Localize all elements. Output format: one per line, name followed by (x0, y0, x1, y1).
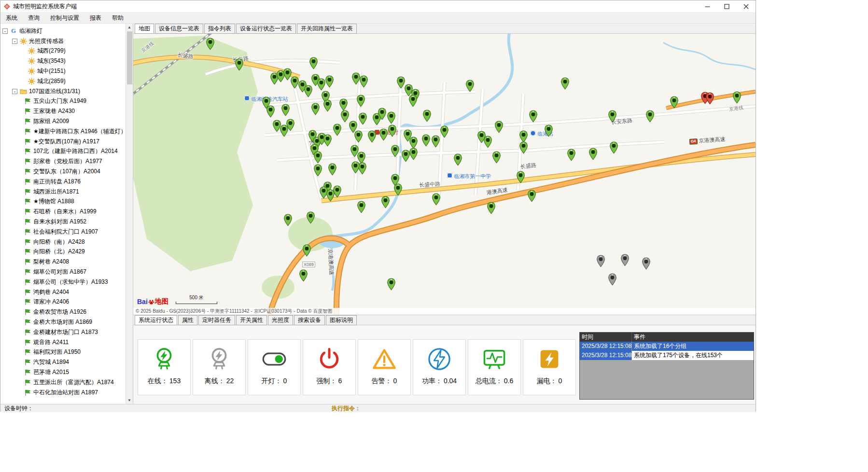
map-pin-green[interactable] (352, 72, 360, 85)
map-pin-green[interactable] (517, 171, 525, 183)
map-pin-green[interactable] (378, 108, 386, 120)
bottom-tab-4[interactable]: 光照度 (268, 315, 293, 325)
map-pin-green[interactable] (610, 141, 618, 154)
map-tab-2[interactable]: 指令列表 (204, 24, 235, 34)
tree-item[interactable]: 福利院对面 A1950 (0, 347, 133, 358)
tree-item[interactable]: 汽贸城 A1894 (0, 357, 133, 367)
bottom-tab-1[interactable]: 属性 (178, 315, 197, 325)
map-pin-green[interactable] (492, 151, 501, 164)
map-pin-green[interactable] (281, 104, 290, 116)
tree-item[interactable]: 观音路 A2411 (0, 337, 133, 347)
tree-item[interactable]: 金桥大市场对面 A1869 (0, 317, 133, 327)
scroll-up-icon[interactable]: ▲ (126, 24, 133, 31)
tree-item[interactable]: 城中(2151) (0, 66, 133, 76)
map-pin-green[interactable] (545, 125, 553, 137)
tree-item[interactable]: ★博物馆 A1888 (0, 197, 133, 207)
map-pin-green[interactable] (440, 125, 448, 138)
tree-item[interactable]: 谭家冲 A2406 (0, 297, 133, 307)
tree-collapse-icon[interactable]: - (2, 28, 8, 34)
bottom-tab-3[interactable]: 开关属性 (236, 315, 267, 325)
map-pin-green[interactable] (235, 58, 243, 71)
menu-item-2[interactable]: 控制与设置 (45, 12, 84, 24)
map-pin-green[interactable] (351, 161, 360, 174)
map-pin-gray[interactable] (608, 273, 616, 286)
tree-item[interactable]: 城西(2799) (0, 46, 133, 56)
tree-item[interactable]: 向阳桥（北）A2429 (0, 247, 133, 257)
map-tab-0[interactable]: 地图 (135, 24, 154, 34)
tree-item[interactable]: 南正街转盘 A1876 (0, 177, 133, 187)
map-pin-green[interactable] (341, 110, 349, 123)
map-pin-green[interactable] (291, 76, 299, 89)
tree-item[interactable]: 梨树巷 A2408 (0, 257, 133, 267)
map-pin-green[interactable] (328, 163, 336, 176)
map-pin-green[interactable] (432, 135, 440, 148)
tree-group-0[interactable]: -光照度传感器 (0, 36, 133, 46)
tree-item[interactable]: 烟草公司对面 A1867 (0, 267, 133, 277)
map-pin-green[interactable] (303, 244, 311, 257)
map-tab-3[interactable]: 设备运行状态一览表 (236, 24, 296, 34)
map-pin-green[interactable] (286, 119, 294, 131)
event-row[interactable]: 2025/3/28 12:15:08系统加载了175个设备，在线153个 (580, 351, 754, 360)
map-pin-green[interactable] (397, 76, 405, 89)
tree-item[interactable]: 中石化加油站对面 A1897 (0, 388, 133, 398)
map-pin-green[interactable] (359, 112, 367, 125)
event-row[interactable]: 2025/3/28 12:15:08系统加载了16个分组 (580, 342, 754, 351)
map-pin-green[interactable] (733, 91, 741, 104)
map-pin-green[interactable] (206, 38, 214, 50)
map-pin-green[interactable] (432, 193, 440, 206)
tree-item[interactable]: 陈家组 A2009 (0, 116, 133, 126)
bottom-tab-2[interactable]: 定时器任务 (198, 315, 235, 325)
tree-root[interactable]: -G临湘路灯 (0, 26, 133, 36)
tree-item[interactable]: 五尖山大门东 A1949 (0, 97, 133, 107)
tree-item[interactable]: ★建新中路路口东 A1946（辅道灯） (0, 126, 133, 137)
map-pin-green[interactable] (333, 185, 341, 198)
tree-item[interactable]: 金桥农贸市场 A1926 (0, 307, 133, 317)
map-pin-green[interactable] (314, 151, 322, 164)
map-pin-green[interactable] (466, 80, 474, 92)
map-pin-green[interactable] (487, 202, 495, 214)
map-pin-green[interactable] (422, 134, 430, 147)
bottom-tab-6[interactable]: 图标说明 (326, 315, 357, 325)
map-pin-green[interactable] (608, 110, 616, 123)
minimize-button[interactable] (698, 0, 717, 12)
map-pin-green[interactable] (670, 96, 678, 109)
menu-item-3[interactable]: 报表 (84, 12, 107, 24)
menu-item-0[interactable]: 系统 (0, 12, 23, 24)
map-pin-green[interactable] (309, 57, 318, 69)
map-pin-green[interactable] (409, 148, 418, 160)
map-pin-green[interactable] (387, 278, 395, 291)
map-pin-green[interactable] (339, 98, 348, 111)
map-pin-green[interactable] (311, 103, 320, 115)
map-pin-green[interactable] (354, 130, 363, 143)
map-pin-gray[interactable] (597, 255, 605, 267)
map-pin-green[interactable] (357, 95, 365, 107)
map-pin-green[interactable] (307, 211, 315, 224)
map-pin-green[interactable] (357, 201, 365, 213)
tree-item[interactable]: 烟草公司（求知中学）A1933 (0, 277, 133, 287)
map-tab-4[interactable]: 开关回路属性一览表 (297, 24, 357, 34)
tree-group-1[interactable]: -107国道沿线(31/31) (0, 86, 133, 97)
map-pin-green[interactable] (387, 111, 395, 124)
tree-item[interactable]: 石咀桥（自来水）A1999 (0, 207, 133, 217)
map-pin-green[interactable] (423, 110, 431, 122)
map-pin-gray[interactable] (642, 257, 650, 270)
tree-item[interactable]: 彭家巷（党校后面）A1977 (0, 156, 133, 167)
map-tab-1[interactable]: 设备信息一览表 (155, 24, 203, 34)
tree-collapse-icon[interactable]: - (12, 39, 17, 44)
map-pin-green[interactable] (402, 150, 410, 162)
map-pin-green[interactable] (567, 149, 575, 161)
map-pin-green[interactable] (529, 110, 537, 123)
map-pin-green[interactable] (333, 124, 341, 136)
bottom-tab-0[interactable]: 系统运行状态 (135, 315, 177, 325)
map-pin-green[interactable] (394, 183, 402, 196)
tree-item[interactable]: ★交警队西(107南) A1917 (0, 137, 133, 147)
map-pin-green[interactable] (646, 110, 654, 123)
close-button[interactable] (736, 0, 756, 12)
menu-item-1[interactable]: 查询 (23, 12, 45, 24)
map-pin-green[interactable] (284, 214, 292, 226)
map-pin-green[interactable] (381, 196, 390, 208)
tree-item[interactable]: 鸿鹤巷 A2404 (0, 287, 133, 297)
menu-item-4[interactable]: 帮助 (107, 12, 129, 24)
map-pin-green[interactable] (304, 85, 312, 97)
tree-item[interactable]: 王家珑巷 A2430 (0, 106, 133, 116)
